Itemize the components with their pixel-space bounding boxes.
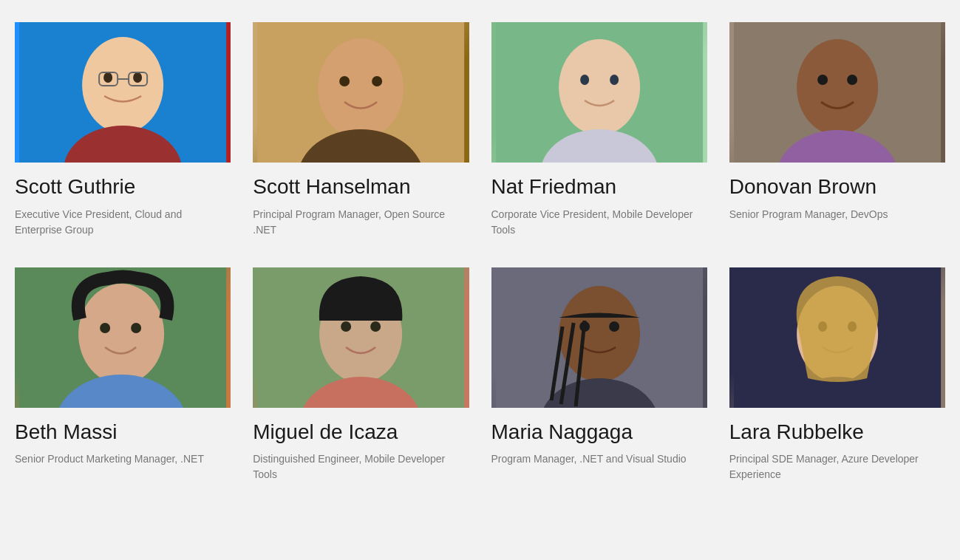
- speaker-card-nat-friedman[interactable]: Nat FriedmanCorporate Vice President, Mo…: [491, 22, 707, 245]
- svg-point-21: [817, 75, 828, 85]
- speaker-photo-scott-guthrie: [15, 22, 231, 163]
- speaker-grid: Scott GuthrieExecutive Vice President, C…: [15, 22, 945, 490]
- speaker-photo-donovan-brown: [729, 22, 945, 163]
- speaker-title-miguel-de-icaza: Distinguished Engineer, Mobile Developer…: [253, 451, 469, 482]
- speaker-info-miguel-de-icaza: Miguel de IcazaDistinguished Engineer, M…: [253, 408, 469, 491]
- speaker-title-scott-hanselman: Principal Program Manager, Open Source .…: [253, 207, 469, 238]
- speaker-card-maria-naggaga[interactable]: Maria NaggagaProgram Manager, .NET and V…: [491, 267, 707, 491]
- speaker-photo-maria-naggaga: [491, 267, 707, 408]
- speaker-photo-nat-friedman: [491, 22, 707, 163]
- speaker-photo-beth-massi: [15, 267, 231, 408]
- svg-point-16: [580, 75, 589, 85]
- svg-point-9: [318, 38, 404, 139]
- svg-point-17: [610, 75, 619, 85]
- speaker-card-beth-massi[interactable]: Beth MassiSenior Product Marketing Manag…: [15, 267, 231, 491]
- speaker-photo-lara-rubbelke: [729, 267, 945, 408]
- svg-point-1: [82, 37, 163, 133]
- speaker-name-scott-guthrie: Scott Guthrie: [15, 174, 231, 199]
- svg-point-37: [609, 321, 619, 332]
- speaker-info-nat-friedman: Nat FriedmanCorporate Vice President, Mo…: [491, 163, 707, 245]
- speaker-info-scott-guthrie: Scott GuthrieExecutive Vice President, C…: [15, 163, 231, 245]
- speaker-name-miguel-de-icaza: Miguel de Icaza: [253, 420, 469, 445]
- svg-point-19: [797, 39, 878, 135]
- speaker-name-beth-massi: Beth Massi: [15, 420, 231, 445]
- speaker-name-maria-naggaga: Maria Naggaga: [491, 420, 707, 445]
- speaker-photo-scott-hanselman: [253, 22, 469, 163]
- speaker-card-lara-rubbelke[interactable]: Lara RubbelkePrincipal SDE Manager, Azur…: [729, 267, 945, 491]
- speaker-name-lara-rubbelke: Lara Rubbelke: [729, 420, 945, 445]
- svg-point-24: [78, 284, 164, 384]
- speaker-card-scott-guthrie[interactable]: Scott GuthrieExecutive Vice President, C…: [15, 22, 231, 245]
- speaker-title-lara-rubbelke: Principal SDE Manager, Azure Developer E…: [729, 451, 945, 482]
- speaker-info-lara-rubbelke: Lara RubbelkePrincipal SDE Manager, Azur…: [729, 408, 945, 491]
- svg-point-27: [131, 323, 141, 333]
- speaker-title-beth-massi: Senior Product Marketing Manager, .NET: [15, 451, 231, 467]
- speaker-title-donovan-brown: Senior Program Manager, DevOps: [729, 207, 945, 222]
- svg-point-4: [133, 72, 142, 83]
- svg-point-12: [372, 76, 382, 86]
- speaker-name-scott-hanselman: Scott Hanselman: [253, 174, 469, 199]
- speaker-info-maria-naggaga: Maria NaggagaProgram Manager, .NET and V…: [491, 408, 707, 475]
- speaker-info-beth-massi: Beth MassiSenior Product Marketing Manag…: [15, 408, 231, 475]
- speaker-info-donovan-brown: Donovan BrownSenior Program Manager, Dev…: [729, 163, 945, 230]
- speaker-card-scott-hanselman[interactable]: Scott HanselmanPrincipal Program Manager…: [253, 22, 469, 245]
- svg-point-31: [341, 321, 351, 332]
- speaker-card-miguel-de-icaza[interactable]: Miguel de IcazaDistinguished Engineer, M…: [253, 267, 469, 491]
- svg-point-32: [370, 321, 381, 332]
- svg-point-22: [847, 75, 857, 85]
- speaker-card-donovan-brown[interactable]: Donovan BrownSenior Program Manager, Dev…: [729, 22, 945, 245]
- svg-point-26: [100, 323, 110, 333]
- svg-point-11: [339, 76, 350, 86]
- speaker-title-maria-naggaga: Program Manager, .NET and Visual Studio: [491, 451, 707, 467]
- speaker-photo-miguel-de-icaza: [253, 267, 469, 408]
- speaker-name-donovan-brown: Donovan Brown: [729, 174, 945, 199]
- speaker-title-scott-guthrie: Executive Vice President, Cloud and Ente…: [15, 207, 231, 238]
- svg-point-3: [103, 72, 112, 83]
- speaker-info-scott-hanselman: Scott HanselmanPrincipal Program Manager…: [253, 163, 469, 245]
- svg-point-14: [559, 39, 640, 135]
- speaker-title-nat-friedman: Corporate Vice President, Mobile Develop…: [491, 207, 707, 238]
- speaker-name-nat-friedman: Nat Friedman: [491, 174, 707, 199]
